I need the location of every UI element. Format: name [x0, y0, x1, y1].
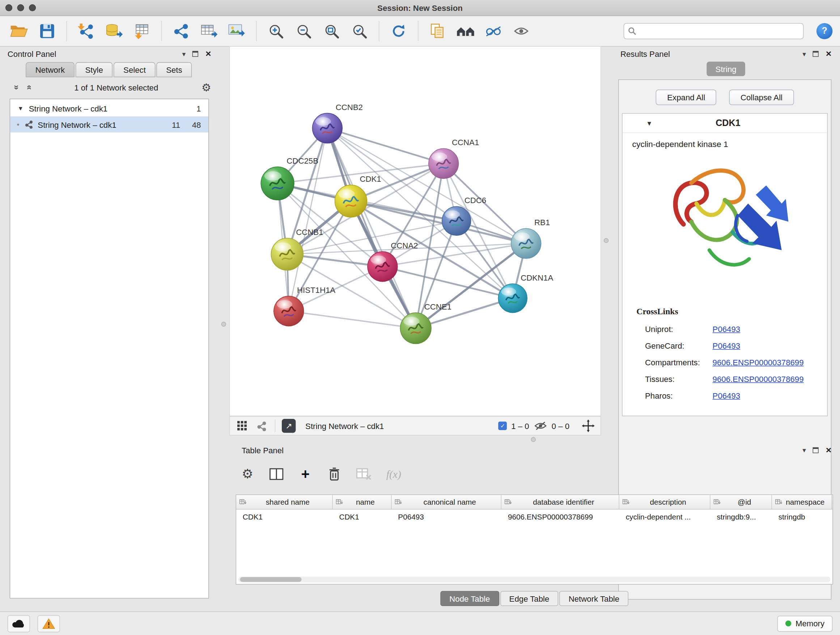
hidden-eye-slash-icon[interactable] — [533, 421, 547, 431]
crosslink-link[interactable]: 9606.ENSP00000378699 — [713, 358, 804, 367]
tab-network[interactable]: Network — [26, 62, 74, 77]
open-in-new-window-button[interactable]: ↗ — [282, 419, 296, 433]
apply-layout-button[interactable] — [387, 20, 410, 42]
zoom-window-button[interactable] — [29, 4, 36, 11]
tab-select[interactable]: Select — [114, 62, 155, 77]
warnings-button[interactable] — [38, 615, 60, 632]
column-header[interactable]: namespace — [772, 495, 832, 509]
pan-crosshair-icon[interactable] — [581, 419, 595, 432]
import-network-from-database-button[interactable] — [103, 20, 126, 42]
panel-menu-caret-icon[interactable]: ▾ — [182, 50, 186, 57]
network-canvas[interactable]: CCNB2CCNA1CDC25BCDK1CDC6RB1CCNB1CCNA2CDK… — [229, 46, 601, 416]
left-splitter-handle[interactable] — [221, 322, 226, 326]
network-collection-row[interactable]: ▼ String Network – cdk1 1 — [10, 100, 208, 116]
scrollbar-thumb[interactable] — [240, 577, 302, 582]
column-header[interactable]: @id — [711, 495, 772, 509]
show-hide-panel-button[interactable] — [509, 20, 533, 42]
minimize-window-button[interactable] — [17, 4, 24, 11]
zoom-fit-button[interactable] — [320, 20, 343, 42]
hide-graphics-details-button[interactable] — [482, 20, 505, 42]
table-settings-gear-icon[interactable]: ⚙ — [240, 468, 255, 481]
panel-float-icon[interactable] — [813, 51, 819, 57]
results-panel-title: Results Panel — [621, 49, 670, 58]
panel-menu-caret-icon[interactable]: ▾ — [802, 50, 806, 57]
show-columns-icon[interactable] — [270, 468, 284, 480]
table-cell[interactable]: P06493 — [392, 509, 502, 524]
crosslink-row: Tissues:9606.ENSP00000378699 — [622, 371, 827, 387]
gene-collapse-caret-icon[interactable]: ▼ — [646, 119, 653, 127]
tab-string[interactable]: String — [707, 62, 745, 76]
tab-edge-table[interactable]: Edge Table — [500, 591, 558, 606]
open-folder-icon — [10, 24, 29, 38]
create-column-plus-icon[interactable]: + — [298, 467, 313, 481]
panel-close-icon[interactable]: × — [205, 49, 211, 59]
tab-network-table[interactable]: Network Table — [560, 591, 629, 606]
crosslink-link[interactable]: P06493 — [713, 341, 741, 350]
grid-view-icon[interactable] — [235, 420, 249, 431]
zoom-in-button[interactable] — [264, 20, 287, 42]
column-header[interactable]: name — [333, 495, 392, 509]
table-cell[interactable]: CDK1 — [236, 509, 333, 524]
table-cell[interactable]: CDK1 — [333, 509, 392, 524]
crosslink-link[interactable]: P06493 — [713, 325, 741, 333]
crosslink-row: GeneCard:P06493 — [622, 337, 827, 354]
export-table-button[interactable] — [197, 20, 221, 42]
collapse-all-icon[interactable]: » — [11, 85, 21, 90]
import-network-button[interactable] — [74, 20, 98, 42]
cloud-status-button[interactable] — [8, 615, 30, 632]
network-row[interactable]: ● String Network – cdk1 11 48 — [10, 116, 208, 132]
table-cell[interactable]: cyclin-dependent ... — [619, 509, 711, 524]
zoom-out-icon — [295, 23, 311, 39]
help-button[interactable]: ? — [816, 23, 832, 39]
panel-float-icon[interactable] — [193, 51, 198, 57]
network-edge[interactable] — [289, 311, 416, 328]
network-edge[interactable] — [327, 128, 444, 164]
zoom-out-button[interactable] — [292, 20, 316, 42]
table-cell[interactable]: stringdb — [772, 509, 832, 524]
panel-menu-caret-icon[interactable]: ▾ — [802, 447, 806, 453]
right-splitter-handle[interactable] — [604, 238, 608, 243]
tree-expand-caret-icon[interactable]: ▼ — [18, 105, 24, 111]
tab-style[interactable]: Style — [76, 62, 113, 77]
gene-description: cyclin-dependent kinase 1 — [632, 139, 827, 149]
table-cell[interactable]: stringdb:9... — [711, 509, 772, 524]
panel-float-icon[interactable] — [813, 447, 819, 453]
table-row[interactable]: CDK1CDK1P064939606.ENSP00000378699cyclin… — [236, 509, 832, 524]
collapse-all-button[interactable]: Collapse All — [729, 89, 794, 105]
expand-all-icon[interactable]: » — [24, 85, 34, 90]
zoom-selected-button[interactable] — [347, 20, 371, 42]
column-header[interactable]: database identifier — [501, 495, 619, 509]
export-image-button[interactable] — [225, 20, 248, 42]
network-share-small-icon[interactable] — [254, 421, 268, 431]
delete-column-trash-icon[interactable] — [327, 467, 341, 481]
search-input[interactable] — [624, 23, 804, 39]
table-horizontal-scrollbar[interactable] — [238, 577, 830, 583]
column-header[interactable]: description — [619, 495, 711, 509]
network-edge[interactable] — [327, 128, 526, 244]
network-edge[interactable] — [327, 128, 416, 328]
crosslink-link[interactable]: 9606.ENSP00000378699 — [713, 374, 804, 383]
crosslink-link[interactable]: P06493 — [713, 391, 741, 400]
new-network-button[interactable] — [169, 20, 193, 42]
expand-all-button[interactable]: Expand All — [656, 89, 716, 105]
crosslink-label: Pharos: — [645, 391, 712, 400]
gear-icon[interactable]: ⚙ — [202, 82, 211, 93]
tab-sets[interactable]: Sets — [156, 62, 192, 77]
bottom-splitter-handle[interactable] — [531, 437, 536, 442]
panel-close-icon[interactable]: × — [826, 445, 832, 455]
show-all-panels-button[interactable] — [454, 20, 477, 42]
table-cell[interactable]: 9606.ENSP00000378699 — [501, 509, 619, 524]
memory-button[interactable]: Memory — [777, 616, 833, 631]
network-edge[interactable] — [289, 128, 327, 311]
import-table-button[interactable] — [130, 20, 154, 42]
tab-node-table[interactable]: Node Table — [440, 591, 499, 606]
column-header[interactable]: canonical name — [392, 495, 502, 509]
panel-close-icon[interactable]: × — [826, 49, 832, 59]
copy-style-button[interactable] — [426, 20, 449, 42]
selected-checkbox[interactable]: ✓ — [499, 421, 507, 430]
open-session-button[interactable] — [8, 20, 31, 42]
warning-icon — [42, 618, 55, 629]
column-header[interactable]: shared name — [236, 495, 333, 509]
close-window-button[interactable] — [5, 4, 12, 11]
save-session-button[interactable] — [35, 20, 59, 42]
